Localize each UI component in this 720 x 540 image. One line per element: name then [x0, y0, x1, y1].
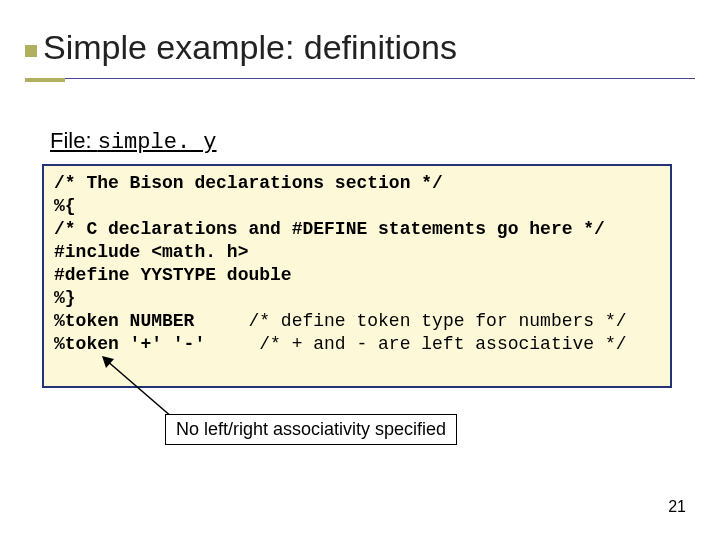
code-line: %token '+' '-' /* + and - are left assoc…	[54, 333, 660, 356]
code-box: /* The Bison declarations section */ %{ …	[42, 164, 672, 388]
annotation-box: No left/right associativity specified	[165, 414, 457, 445]
slide-title: Simple example: definitions	[43, 28, 457, 67]
code-line: %token NUMBER /* define token type for n…	[54, 310, 660, 333]
code-token: %token NUMBER	[54, 311, 194, 331]
file-label: File: simple. y	[50, 128, 217, 155]
code-line: /* C declarations and #DEFINE statements…	[54, 218, 660, 241]
code-line: #define YYSTYPE double	[54, 264, 660, 287]
file-label-name: simple. y	[98, 130, 217, 155]
title-underline	[25, 78, 695, 79]
code-comment: /* define token type for numbers */	[194, 311, 626, 331]
code-line: %{	[54, 195, 660, 218]
title-accent-square	[25, 45, 37, 57]
code-line: /* The Bison declarations section */	[54, 172, 660, 195]
code-comment: /* + and - are left associative */	[205, 334, 626, 354]
page-number: 21	[668, 498, 686, 516]
title-underline-accent	[25, 78, 65, 82]
code-line: #include <math. h>	[54, 241, 660, 264]
title-row: Simple example: definitions	[25, 28, 695, 67]
code-line: %}	[54, 287, 660, 310]
code-token: %token '+' '-'	[54, 334, 205, 354]
file-label-prefix: File:	[50, 128, 98, 153]
slide: Simple example: definitions File: simple…	[0, 0, 720, 540]
